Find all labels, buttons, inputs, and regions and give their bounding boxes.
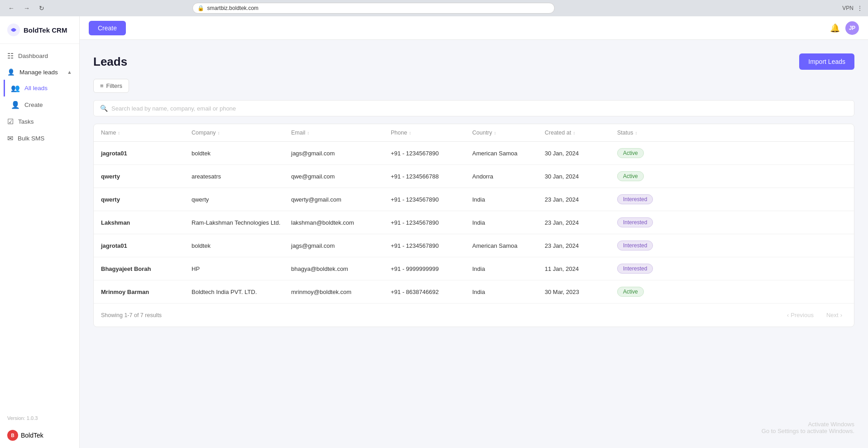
back-button[interactable]: ← <box>5 4 17 13</box>
pagination-buttons: ‹ Previous Next › <box>782 310 847 320</box>
manage-leads-label: Manage leads <box>19 69 58 76</box>
sort-created-icon[interactable]: ↕ <box>573 130 575 135</box>
cell-country: India <box>465 188 537 211</box>
cell-created-at: 11 Jan, 2024 <box>537 257 610 280</box>
table-row[interactable]: Lakshman Ram-Lakshman Technologies Ltd. … <box>94 211 854 234</box>
cell-email: jags@gmail.com <box>284 142 384 164</box>
sort-status-icon[interactable]: ↕ <box>635 130 637 135</box>
table-row[interactable]: qwerty qwerty qwerty@gmail.com +91 - 123… <box>94 188 854 211</box>
cell-phone: +91 - 1234567890 <box>384 188 465 211</box>
cell-country: Andorra <box>465 165 537 188</box>
cell-status: Active <box>610 165 669 188</box>
all-leads-icon: 👥 <box>11 84 20 92</box>
bulk-sms-icon: ✉ <box>7 134 13 143</box>
forward-button[interactable]: → <box>21 4 33 13</box>
chevron-left-icon: ‹ <box>787 312 789 318</box>
refresh-button[interactable]: ↻ <box>36 4 47 13</box>
cell-phone: +91 - 1234566788 <box>384 165 465 188</box>
status-badge: Active <box>617 287 644 297</box>
dashboard-icon: ☷ <box>7 52 14 60</box>
col-phone: Phone ↕ <box>384 124 465 141</box>
table-row[interactable]: qwerty areatesatrs qwe@gmail.com +91 - 1… <box>94 165 854 188</box>
cell-company: HP <box>184 257 284 280</box>
col-name: Name ↕ <box>94 124 184 141</box>
cell-company: Boldtech India PVT. LTD. <box>184 280 284 303</box>
sidebar-item-dashboard[interactable]: ☷ Dashboard <box>0 48 79 64</box>
table-body: jagrota01 boldtek jags@gmail.com +91 - 1… <box>94 142 854 303</box>
cell-phone: +91 - 9999999999 <box>384 257 465 280</box>
cell-email: lakshman@boldtek.com <box>284 211 384 234</box>
manage-leads-icon: 👤 <box>7 68 15 76</box>
cell-country: India <box>465 280 537 303</box>
sort-phone-icon[interactable]: ↕ <box>409 130 411 135</box>
notification-icon[interactable]: 🔔 <box>830 23 840 33</box>
page-title: Leads <box>93 55 127 69</box>
browser-chrome: ← → ↻ 🔒 smartbiz.boldtek.com VPN ⋮ <box>0 0 868 16</box>
create-lead-icon: 👤 <box>11 101 20 109</box>
col-status: Status ↕ <box>610 124 669 141</box>
cell-name: jagrota01 <box>94 234 184 257</box>
sidebar-nav: ☷ Dashboard 👤 Manage leads ▲ 👥 All leads… <box>0 44 79 410</box>
version-label: Version: 1.0.3 <box>0 410 79 426</box>
cell-created-at: 30 Jan, 2024 <box>537 165 610 188</box>
sort-name-icon[interactable]: ↕ <box>118 130 120 135</box>
cell-status: Interested <box>610 234 669 257</box>
table-row[interactable]: jagrota01 boldtek jags@gmail.com +91 - 1… <box>94 142 854 165</box>
boldtek-footer-label: BoldTek <box>21 432 43 439</box>
filters-row: ≡ Filters <box>93 79 854 93</box>
create-button[interactable]: Create <box>89 21 126 35</box>
all-leads-label: All leads <box>24 85 48 92</box>
chevron-right-icon: › <box>840 312 842 318</box>
pagination: Showing 1-7 of 7 results ‹ Previous Next… <box>94 303 854 327</box>
sidebar-item-label: Dashboard <box>18 53 48 59</box>
cell-status: Active <box>610 280 669 303</box>
cell-status: Interested <box>610 211 669 234</box>
cell-phone: +91 - 8638746692 <box>384 280 465 303</box>
create-label: Create <box>24 101 43 108</box>
cell-status: Interested <box>610 257 669 280</box>
sidebar-item-create[interactable]: 👤 Create <box>4 96 79 113</box>
search-input[interactable] <box>111 105 848 112</box>
sort-country-icon[interactable]: ↕ <box>494 130 496 135</box>
tasks-label: Tasks <box>18 118 34 125</box>
sidebar-item-all-leads[interactable]: 👥 All leads <box>4 80 79 96</box>
main-inner: Leads Import Leads ≡ Filters 🔍 <box>80 40 868 341</box>
cell-name: Mrinmoy Barman <box>94 280 184 303</box>
filters-button[interactable]: ≡ Filters <box>93 79 129 93</box>
cell-country: American Samoa <box>465 234 537 257</box>
cell-created-at: 23 Jan, 2024 <box>537 211 610 234</box>
sidebar-logo: BoldTek CRM <box>0 16 79 44</box>
main-area: Create 🔔 JP Leads Import Leads ≡ Filters <box>80 16 868 448</box>
vpn-label: VPN <box>842 5 854 11</box>
menu-icon[interactable]: ⋮ <box>857 5 863 11</box>
sidebar-section-manage-leads[interactable]: 👤 Manage leads ▲ <box>0 64 79 80</box>
boldtek-footer-logo: B <box>7 430 18 441</box>
col-company: Company ↕ <box>184 124 284 141</box>
status-badge: Interested <box>617 194 653 204</box>
search-icon: 🔍 <box>100 105 108 112</box>
leads-table: Name ↕ Company ↕ Email ↕ Phone <box>93 124 854 327</box>
cell-name: Lakshman <box>94 211 184 234</box>
sidebar-item-tasks[interactable]: ☑ Tasks <box>0 113 79 130</box>
address-bar[interactable]: 🔒 smartbiz.boldtek.com <box>192 3 555 14</box>
cell-company: boldtek <box>184 234 284 257</box>
table-row[interactable]: jagrota01 boldtek jags@gmail.com +91 - 1… <box>94 234 854 257</box>
bulk-sms-label: Bulk SMS <box>18 135 44 142</box>
cell-status: Active <box>610 142 669 164</box>
logo-icon <box>7 24 20 36</box>
cell-name: jagrota01 <box>94 142 184 164</box>
cell-name: qwerty <box>94 188 184 211</box>
sort-company-icon[interactable]: ↕ <box>218 130 220 135</box>
previous-button[interactable]: ‹ Previous <box>782 310 818 320</box>
avatar[interactable]: JP <box>845 21 859 35</box>
cell-country: India <box>465 211 537 234</box>
col-country: Country ↕ <box>465 124 537 141</box>
cell-email: mrinmoy@boldtek.com <box>284 280 384 303</box>
sort-email-icon[interactable]: ↕ <box>307 130 309 135</box>
next-button[interactable]: Next › <box>822 310 847 320</box>
col-created-at: Created at ↕ <box>537 124 610 141</box>
table-row[interactable]: Mrinmoy Barman Boldtech India PVT. LTD. … <box>94 280 854 303</box>
table-row[interactable]: Bhagyajeet Borah HP bhagya@boldtek.com +… <box>94 257 854 280</box>
import-leads-button[interactable]: Import Leads <box>799 53 854 70</box>
sidebar-item-bulk-sms[interactable]: ✉ Bulk SMS <box>0 130 79 147</box>
